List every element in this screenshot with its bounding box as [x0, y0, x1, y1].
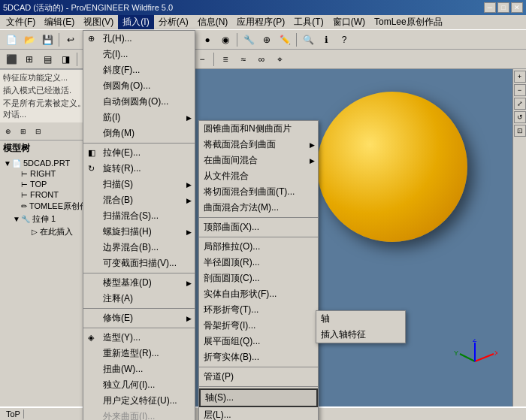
dim-btn-5[interactable]: − [194, 51, 210, 68]
toolbar2-sep-3 [213, 53, 214, 66]
ctx-extrude[interactable]: ◧ 拉伸(E)... [83, 145, 195, 161]
ctx-l3-insert-axis[interactable]: 插入轴特征 [316, 327, 405, 343]
ctx-restyle[interactable]: 重新造型(R)... [83, 346, 195, 361]
context-menu-l1: ⊕ 孔(H)... 壳(I)... 斜度(F)... 倒圆角(O)... 自动倒… [83, 30, 195, 420]
extra-btn-3[interactable]: ∞ [253, 51, 270, 68]
svg-line-0 [475, 354, 494, 361]
ctx-l2-section-dome[interactable]: 剖面圆顶(C)... [199, 270, 318, 286]
ctx-swept-blend[interactable]: 扫描混合(S)... [83, 208, 195, 224]
svg-text:Z: Z [473, 339, 477, 343]
ctx-style[interactable]: ◈ 造型(Y)... [83, 330, 195, 346]
display-btn-3[interactable]: ● [199, 32, 216, 48]
sketch-btn[interactable]: ✏️ [277, 32, 293, 48]
view-btn-3[interactable]: ▤ [39, 51, 56, 68]
3d-shape-container [317, 92, 467, 242]
tree-label-front: FRONT [30, 190, 59, 199]
ctx-l2-between-surf[interactable]: 在曲面间混合 ▶ [199, 153, 318, 168]
panel-btn-3[interactable]: ⊟ [32, 125, 45, 138]
ctx-l2-trim-blend[interactable]: 将切面混合到曲面(T)... [199, 184, 318, 200]
ctx-warp[interactable]: 扭曲(W)... [83, 361, 195, 377]
tree-label-root: 5DCAD.PRT [23, 159, 70, 168]
menu-view[interactable]: 视图(V) [79, 15, 118, 29]
ctx-blend[interactable]: 混合(B) ▶ [83, 192, 195, 208]
ctx-boundary[interactable]: 边界混合(B)... [83, 240, 195, 255]
feature-btn[interactable]: 🔧 [240, 32, 257, 48]
ctx-l3-axis[interactable]: 轴 [316, 311, 405, 327]
view-btn-4[interactable]: ◨ [57, 51, 74, 68]
menu-tomlee[interactable]: TomLee原创作品 [370, 15, 447, 29]
menu-file[interactable]: 文件(F) [2, 15, 40, 29]
ctx-l2-top-surf[interactable]: 顶部曲面(X)... [199, 219, 318, 235]
extra-btn-1[interactable]: ≡ [217, 51, 234, 68]
help-btn[interactable]: ? [336, 32, 352, 48]
ctx-l2-conical[interactable]: 圆锥曲面和N侧曲面片 [199, 121, 318, 137]
minimize-button[interactable]: ─ [484, 2, 496, 13]
toolbar-sep-5 [296, 33, 297, 47]
maximize-button[interactable]: □ [497, 2, 509, 13]
ctx-l2-solid-free[interactable]: 实体自由形状(F)... [199, 286, 318, 302]
sep-2 [83, 273, 195, 273]
right-btn-2[interactable]: − [514, 84, 526, 96]
right-btn-5[interactable]: ⊡ [514, 125, 526, 137]
undo-button[interactable]: ↩ [62, 32, 79, 48]
ctx-l2-shaft[interactable]: 轴(S)... [199, 388, 318, 407]
right-btn-4[interactable]: ↺ [514, 111, 526, 123]
menu-edit[interactable]: 编辑(E) [40, 15, 79, 29]
datum-btn[interactable]: ⊕ [258, 32, 275, 48]
ctx-hole[interactable]: ⊕ 孔(H)... [83, 31, 195, 47]
ctx-rib[interactable]: 筋(I) ▶ [83, 110, 195, 125]
ctx-revolve[interactable]: ↻ 旋转(R)... [83, 161, 195, 177]
ctx-l2-bend-solid[interactable]: 折弯实体(B)... [199, 349, 318, 365]
ctx-shell[interactable]: 壳(I)... [83, 47, 195, 62]
extra-btn-4[interactable]: ⌖ [271, 51, 288, 68]
ctx-foreign[interactable]: 外来曲面(I)... [83, 409, 195, 420]
toolbar-secondary: ⬛ ⊞ ▤ ◨ ◎ ● ↔ ↕ ⇔ + − ≡ ≈ ∞ ⌖ [0, 50, 526, 69]
view-btn-1[interactable]: ⬛ [3, 51, 20, 68]
ctx-l2-flange[interactable]: 层(L)... [199, 407, 318, 420]
coordinate-axes: X Y Z [452, 339, 497, 384]
menu-analysis[interactable]: 分析(A) [154, 15, 193, 29]
toolbar-sep-1 [59, 33, 59, 47]
ctx-chamfer[interactable]: 倒角(M) [83, 125, 195, 141]
ctx-cosmetic[interactable]: 修饰(E) ▶ [83, 310, 195, 326]
ctx-auto-round[interactable]: 自动倒圆角(O)... [83, 94, 195, 110]
ctx-l2-pipe[interactable]: 管道(P) [199, 369, 318, 385]
ctx-datum[interactable]: 楼型基准(D) ▶ [83, 275, 195, 291]
ctx-l2-local-push[interactable]: 局部推拉(O)... [199, 239, 318, 255]
open-button[interactable]: 📂 [21, 32, 38, 48]
view-btn-2[interactable]: ⊞ [21, 51, 38, 68]
ctx-l2-flatten-quilt[interactable]: 展平面组(Q)... [199, 334, 318, 349]
ctx-l2-from-file[interactable]: 从文件混合 [199, 168, 318, 184]
ctx-l2-spine-bend[interactable]: 骨架折弯(I)... [199, 318, 318, 334]
menu-apps[interactable]: 应用程序(P) [232, 15, 289, 29]
menu-tools[interactable]: 工具(T) [289, 15, 328, 29]
menu-info[interactable]: 信息(N) [193, 15, 233, 29]
ctx-sweep[interactable]: 扫描(S) ▶ [83, 177, 195, 192]
ctx-round[interactable]: 倒圆角(O)... [83, 78, 195, 94]
ctx-vss[interactable]: 可变截面扫描(V)... [83, 255, 195, 271]
ctx-draft[interactable]: 斜度(F)... [83, 62, 195, 78]
menu-insert[interactable]: 插入(I) [118, 15, 153, 29]
display-btn-4[interactable]: ◉ [217, 32, 234, 48]
toolbar-sep-4 [237, 33, 237, 47]
ctx-l2-section-to-surf[interactable]: 将截面混合到曲面 ▶ [199, 137, 318, 153]
ctx-udf[interactable]: 用户定义特征(U)... [83, 393, 195, 409]
save-button[interactable]: 💾 [39, 32, 56, 48]
ctx-l2-surf-blend-method[interactable]: 曲面混合方法(M)... [199, 200, 318, 216]
panel-btn-2[interactable]: ⊞ [17, 125, 30, 138]
ctx-annotation[interactable]: 注释(A) [83, 291, 195, 307]
ctx-l2-radius-dome[interactable]: 半径圆顶(R)... [199, 255, 318, 270]
ctx-l2-torus-bend[interactable]: 环形折弯(T)... [199, 302, 318, 318]
sep-l2-3 [199, 367, 318, 367]
extra-btn-2[interactable]: ≈ [235, 51, 252, 68]
ctx-independent[interactable]: 独立几何(I)... [83, 377, 195, 393]
ctx-helical[interactable]: 螺旋扫描(H) ▶ [83, 224, 195, 240]
panel-btn-1[interactable]: ⊕ [2, 125, 15, 138]
right-btn-1[interactable]: + [514, 71, 526, 83]
right-btn-3[interactable]: ⤢ [514, 98, 526, 110]
menu-window[interactable]: 窗口(W) [328, 15, 370, 29]
close-button[interactable]: ✕ [511, 2, 523, 13]
search-btn[interactable]: 🔍 [300, 32, 316, 48]
info-btn[interactable]: ℹ [318, 32, 334, 48]
new-button[interactable]: 📄 [3, 32, 20, 48]
